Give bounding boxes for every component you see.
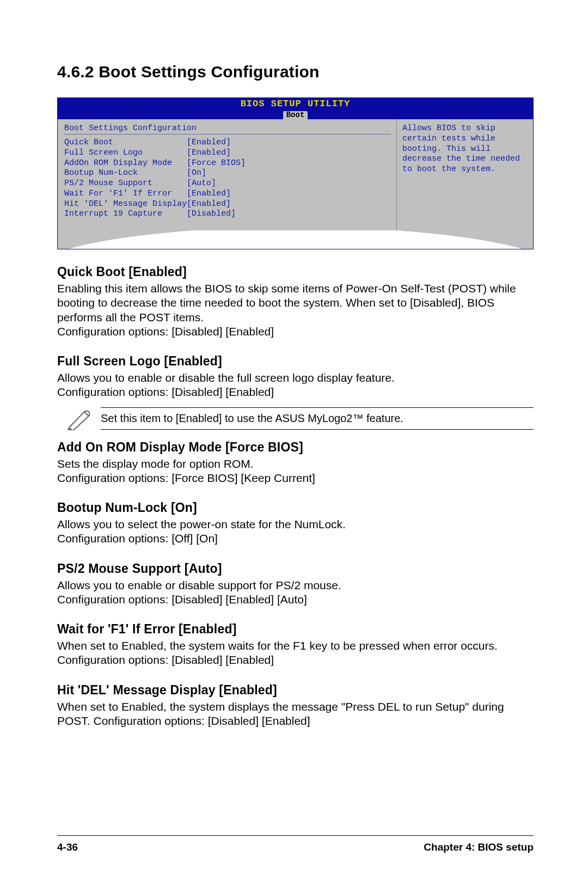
bios-help-text: Allows BIOS to skip certain tests while …	[402, 124, 528, 175]
page-number: 4-36	[57, 841, 78, 853]
pencil-icon	[57, 407, 101, 430]
body-paragraph: Allows you to enable or disable the full…	[57, 371, 534, 400]
bios-help-panel: Allows BIOS to skip certain tests while …	[397, 119, 533, 230]
bios-section-title: Boot Settings Configuration	[64, 124, 391, 133]
bios-row: Quick Boot[Enabled]	[64, 138, 391, 148]
note-callout: Set this item to [Enabled] to use the AS…	[57, 407, 534, 430]
note-text-wrap: Set this item to [Enabled] to use the AS…	[101, 407, 534, 430]
subheading: Full Screen Logo [Enabled]	[57, 354, 534, 369]
note-text: Set this item to [Enabled] to use the AS…	[101, 412, 534, 425]
subheading: Add On ROM Display Mode [Force BIOS]	[57, 440, 534, 455]
bios-tab: Boot	[283, 111, 308, 119]
page-footer: 4-36 Chapter 4: BIOS setup	[57, 835, 534, 853]
bios-row: PS/2 Mouse Support[Auto]	[64, 179, 391, 189]
bios-row: Interrupt 19 Capture[Disabled]	[64, 209, 391, 219]
body-paragraph: Allows you to select the power-on state …	[57, 517, 534, 546]
footer-rule	[57, 835, 534, 836]
document-page: 4.6.2 Boot Settings Configuration BIOS S…	[0, 0, 588, 886]
body-paragraph: Enabling this item allows the BIOS to sk…	[57, 282, 534, 339]
body-paragraph: Allows you to enable or disable support …	[57, 578, 534, 607]
bios-screenshot: BIOS SETUP UTILITY Boot Boot Settings Co…	[57, 97, 534, 249]
subheading: PS/2 Mouse Support [Auto]	[57, 561, 534, 576]
bios-fade	[58, 230, 533, 249]
section-heading: 4.6.2 Boot Settings Configuration	[57, 63, 534, 81]
body-paragraph: Sets the display mode for option ROM. Co…	[57, 457, 534, 486]
bios-row: Full Screen Logo[Enabled]	[64, 148, 391, 158]
bios-row: Wait For 'F1' If Error[Enabled]	[64, 189, 391, 199]
bios-row: AddOn ROM Display Mode[Force BIOS]	[64, 158, 391, 169]
bios-row: Bootup Num-Lock[On]	[64, 168, 391, 179]
subheading: Hit 'DEL' Message Display [Enabled]	[57, 683, 534, 698]
body-paragraph: When set to Enabled, the system displays…	[57, 700, 534, 729]
bios-row: Hit 'DEL' Message Display[Enabled]	[64, 199, 391, 210]
subheading: Wait for 'F1' If Error [Enabled]	[57, 622, 534, 637]
bios-left-panel: Boot Settings Configuration Quick Boot[E…	[58, 119, 397, 230]
bios-titlebar: BIOS SETUP UTILITY Boot	[58, 98, 533, 119]
chapter-label: Chapter 4: BIOS setup	[424, 841, 534, 853]
body-paragraph: When set to Enabled, the system waits fo…	[57, 639, 534, 668]
bios-divider	[64, 134, 391, 135]
subheading: Bootup Num-Lock [On]	[57, 500, 534, 515]
subheading: Quick Boot [Enabled]	[57, 265, 534, 279]
bios-title: BIOS SETUP UTILITY	[58, 99, 533, 109]
